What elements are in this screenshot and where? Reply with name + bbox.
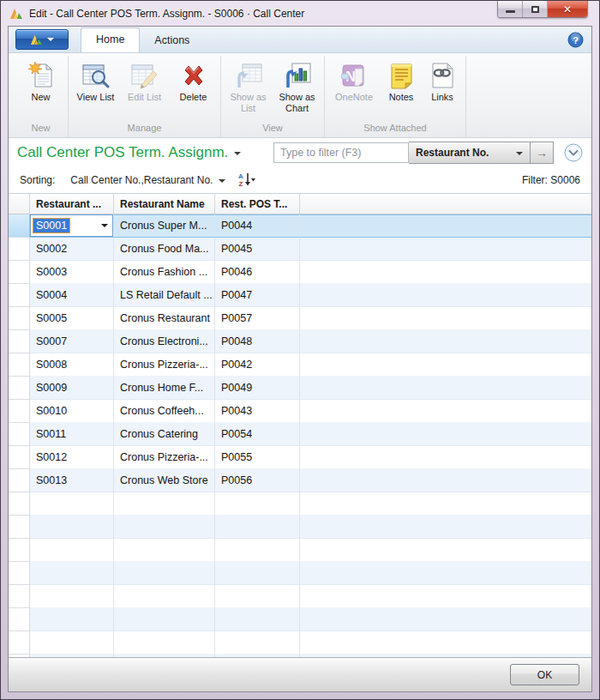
table-row[interactable]: S0005Cronus RestaurantP0057: [9, 307, 591, 330]
cell-restaurant-no[interactable]: S0008: [30, 353, 114, 377]
page-title[interactable]: Call Center POS Term. Assignm.: [17, 144, 228, 161]
help-icon: ?: [567, 32, 584, 48]
table-row[interactable]: S0001Cronus Super M...P0044: [9, 214, 591, 238]
empty-row[interactable]: [9, 608, 591, 631]
grid-header-selector[interactable]: [9, 194, 30, 214]
sorting-dropdown[interactable]: Call Center No.,Restaurant No.: [70, 174, 225, 186]
cell-restaurant-no[interactable]: S0013: [30, 469, 114, 492]
help-button[interactable]: ?: [567, 32, 584, 48]
cell-restaurant-name[interactable]: Cronus Home F...: [114, 377, 215, 400]
row-selector[interactable]: [9, 261, 30, 284]
cell-restaurant-name[interactable]: Cronus Pizzeria-...: [114, 446, 215, 469]
new-button[interactable]: New: [16, 58, 65, 103]
show-as-list-button[interactable]: Show as List: [224, 58, 273, 114]
cell-restaurant-no[interactable]: S0001: [30, 214, 114, 238]
grid-header-rest-pos-terminal[interactable]: Rest. POS T...: [215, 194, 300, 214]
row-selector[interactable]: [9, 377, 30, 400]
row-selector[interactable]: [9, 330, 30, 353]
links-button[interactable]: Links: [422, 58, 463, 103]
empty-row[interactable]: [9, 631, 591, 655]
cell-rest-pos-terminal[interactable]: P0044: [215, 214, 300, 238]
cell-restaurant-no[interactable]: S0011: [30, 423, 114, 446]
row-selector[interactable]: [9, 284, 30, 307]
row-selector[interactable]: [9, 238, 30, 261]
cell-rest-pos-terminal[interactable]: P0043: [215, 400, 300, 423]
onenote-button[interactable]: N OneNote: [327, 58, 381, 103]
table-row[interactable]: S0003Cronus Fashion ...P0046: [9, 261, 591, 284]
title-bar[interactable]: Edit - Call Center POS Term. Assignm. - …: [1, 1, 599, 26]
cell-restaurant-name[interactable]: Cronus Food Ma...: [114, 238, 215, 261]
sort-ascending-button[interactable]: A Z: [237, 172, 256, 190]
empty-row[interactable]: [9, 562, 591, 585]
tab-home[interactable]: Home: [81, 27, 140, 52]
row-selector[interactable]: [9, 400, 30, 423]
restore-button[interactable]: [523, 1, 548, 17]
cell-rest-pos-terminal[interactable]: P0042: [215, 353, 300, 377]
cell-restaurant-name[interactable]: Cronus Super M...: [114, 214, 215, 238]
cell-rest-pos-terminal[interactable]: P0048: [215, 330, 300, 353]
cell-dropdown-icon[interactable]: [101, 224, 108, 231]
cell-restaurant-name[interactable]: Cronus Restaurant: [114, 307, 215, 330]
cell-restaurant-no[interactable]: S0010: [30, 400, 114, 423]
cell-rest-pos-terminal[interactable]: P0057: [215, 307, 300, 330]
cell-restaurant-no[interactable]: S0003: [30, 261, 114, 284]
table-row[interactable]: S0008Cronus Pizzeria-...P0042: [9, 353, 591, 377]
cell-rest-pos-terminal[interactable]: P0054: [215, 423, 300, 446]
cell-restaurant-name[interactable]: Cronus Web Store: [114, 469, 215, 492]
empty-row[interactable]: [9, 585, 591, 608]
cell-restaurant-no[interactable]: S0005: [30, 307, 114, 330]
row-selector[interactable]: [9, 307, 30, 330]
application-menu-button[interactable]: [15, 29, 69, 50]
cell-restaurant-name[interactable]: Cronus Pizzeria-...: [114, 353, 215, 377]
cell-restaurant-name[interactable]: Cronus Catering: [114, 423, 215, 446]
show-as-chart-button[interactable]: Show as Chart: [273, 58, 321, 114]
empty-row[interactable]: [9, 516, 591, 539]
row-selector[interactable]: [9, 214, 30, 238]
cell-rest-pos-terminal[interactable]: P0045: [215, 238, 300, 261]
cell-restaurant-name[interactable]: Cronus Coffeeh...: [114, 400, 215, 423]
cell-restaurant-no[interactable]: S0004: [30, 284, 114, 307]
row-selector[interactable]: [9, 353, 30, 377]
filter-column-dropdown[interactable]: Restaurant No.: [409, 142, 531, 164]
view-list-button[interactable]: View List: [71, 58, 120, 103]
table-row[interactable]: S0012Cronus Pizzeria-...P0055: [9, 446, 591, 469]
apply-filter-button[interactable]: →: [531, 142, 554, 164]
cell-rest-pos-terminal[interactable]: P0046: [215, 261, 300, 284]
table-row[interactable]: S0007Cronus Electroni...P0048: [9, 330, 591, 353]
table-row[interactable]: S0002Cronus Food Ma...P0045: [9, 238, 591, 261]
table-row[interactable]: S0004LS Retail Default ...P0047: [9, 284, 591, 307]
cell-restaurant-no[interactable]: S0002: [30, 238, 114, 261]
minimize-button[interactable]: [498, 1, 523, 17]
tab-actions[interactable]: Actions: [140, 29, 204, 52]
chevron-down-icon[interactable]: [234, 152, 241, 159]
edit-list-button[interactable]: Edit List: [120, 58, 169, 103]
table-row[interactable]: S0011Cronus CateringP0054: [9, 423, 591, 446]
inline-edit-field[interactable]: S0001: [30, 214, 113, 237]
cell-rest-pos-terminal[interactable]: P0047: [215, 284, 300, 307]
cell-restaurant-name[interactable]: LS Retail Default ...: [114, 284, 215, 307]
grid-header-restaurant-name[interactable]: Restaurant Name: [114, 194, 215, 214]
empty-row[interactable]: [9, 539, 591, 562]
cell-restaurant-name[interactable]: Cronus Electroni...: [114, 330, 215, 353]
empty-row[interactable]: [9, 492, 591, 516]
grid-header-restaurant-no[interactable]: Restaurant ...: [30, 194, 114, 214]
table-row[interactable]: S0013Cronus Web StoreP0056: [9, 469, 591, 492]
close-button[interactable]: ✕: [548, 1, 587, 17]
table-row[interactable]: S0010Cronus Coffeeh...P0043: [9, 400, 591, 423]
row-selector[interactable]: [9, 423, 30, 446]
expand-filter-pane-button[interactable]: [564, 143, 583, 162]
cell-restaurant-no[interactable]: S0012: [30, 446, 114, 469]
delete-button[interactable]: Delete: [169, 58, 218, 103]
cell-rest-pos-terminal[interactable]: P0056: [215, 469, 300, 492]
cell-rest-pos-terminal[interactable]: P0055: [215, 446, 300, 469]
notes-button[interactable]: Notes: [381, 58, 422, 103]
cell-restaurant-no[interactable]: S0009: [30, 377, 114, 400]
cell-rest-pos-terminal[interactable]: P0049: [215, 377, 300, 400]
cell-restaurant-name[interactable]: Cronus Fashion ...: [114, 261, 215, 284]
table-row[interactable]: S0009Cronus Home F...P0049: [9, 377, 591, 400]
row-selector[interactable]: [9, 469, 30, 492]
row-selector[interactable]: [9, 446, 30, 469]
ok-button[interactable]: OK: [510, 664, 579, 685]
filter-input[interactable]: [273, 142, 409, 163]
cell-restaurant-no[interactable]: S0007: [30, 330, 114, 353]
